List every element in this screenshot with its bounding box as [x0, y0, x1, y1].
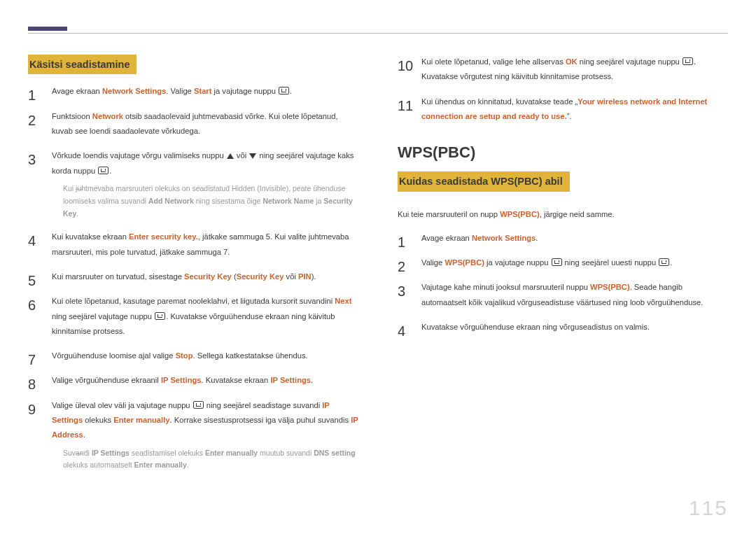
hl-wps: WPS(PBC): [444, 258, 484, 267]
hl-stop: Stop: [176, 351, 193, 360]
hl-start: Start: [194, 87, 212, 95]
t: olekuks automaatselt: [63, 461, 134, 469]
hl-pin: PIN: [298, 272, 312, 281]
header-accent: [28, 27, 67, 31]
hl-add-network: Add Network: [148, 197, 194, 205]
t: ning seejärel seadistage suvandi: [204, 401, 323, 409]
step-9: Valige üleval olev väli ja vajutage nupp…: [28, 398, 358, 472]
t: .: [76, 209, 78, 218]
hl: Enter manually: [205, 449, 258, 457]
note-dns: Suvandi IP Settings seadistamisel olekuk…: [52, 447, 358, 472]
t: Avage ekraan: [421, 234, 472, 242]
arrow-up-icon: [227, 153, 234, 159]
enter-icon: [279, 87, 289, 94]
enter-icon: [552, 258, 562, 266]
t: ning sisestama õige: [194, 197, 263, 205]
hl: Enter manually: [134, 461, 187, 469]
page-content: Käsitsi seadistamine Avage ekraan Networ…: [0, 0, 756, 482]
t: Vajutage kahe minuti jooksul marsruuteri…: [421, 283, 590, 291]
t: olekuks: [83, 416, 113, 424]
page-number: 115: [689, 496, 728, 520]
t: Suvandi: [63, 449, 92, 457]
t: või: [234, 151, 249, 160]
t: Funktsioon: [52, 112, 92, 120]
wps-steps: Avage ekraan Network Settings. Valige WP…: [398, 231, 728, 335]
t: ja vajutage nuppu: [484, 258, 551, 267]
wps-step-3: Vajutage kahe minuti jooksul marsruuteri…: [398, 280, 728, 310]
enter-icon: [193, 401, 204, 409]
t: Avage ekraan: [52, 87, 102, 95]
t: Kui teie marsruuteril on nupp: [398, 210, 500, 218]
header-rule: [28, 33, 728, 34]
step-6: Kui olete lõpetanud, kasutage paremat no…: [28, 294, 358, 339]
enter-icon: [659, 258, 669, 266]
t: ja vajutage nuppu: [211, 87, 278, 95]
hl-next: Next: [335, 297, 351, 305]
t: (: [232, 272, 237, 281]
t: .: [670, 258, 672, 267]
t: ning seejärel vajutage nuppu: [578, 57, 682, 66]
manual-steps-cont: Kui olete lõpetanud, valige lehe allserv…: [398, 55, 728, 124]
step-5: Kui marsruuter on turvatud, sisestage Se…: [28, 269, 358, 284]
arrow-down-icon: [249, 153, 256, 159]
wps-step-4: Kuvatakse võrguühenduse ekraan ning võrg…: [398, 320, 728, 335]
step-4: Kui kuvatakse ekraan Enter security key.…: [28, 230, 358, 260]
t: Võrguühenduse loomise ajal valige: [52, 351, 176, 360]
hl-wps: WPS(PBC): [500, 210, 540, 218]
step-8: Valige võrguühenduse ekraanil IP Setting…: [28, 373, 358, 388]
hl-ip: IP Settings: [161, 376, 202, 384]
t: . Korrake sisestusprotsessi iga välja pu…: [170, 416, 351, 424]
section-title-manual: Käsitsi seadistamine: [28, 55, 136, 74]
step-3: Võrkude loendis vajutage võrgu valimisek…: [28, 148, 358, 220]
t: ).: [312, 272, 316, 281]
t: ning seejärel vajutage nuppu: [52, 312, 154, 321]
t: Valige: [421, 258, 444, 267]
t: Võrkude loendis vajutage võrgu valimisek…: [52, 151, 226, 160]
left-column: Käsitsi seadistamine Avage ekraan Networ…: [28, 55, 358, 482]
manual-steps: Avage ekraan Network Settings. Valige St…: [28, 84, 358, 472]
t: .: [109, 167, 111, 175]
step-7: Võrguühenduse loomise ajal valige Stop. …: [28, 349, 358, 363]
hl-network-settings: Network Settings: [472, 234, 536, 242]
t: .: [83, 430, 85, 439]
section-title-wps: Kuidas seadistada WPS(PBC) abil: [398, 171, 570, 191]
t: .: [290, 87, 292, 95]
t: Kui marsruuter on turvatud, sisestage: [52, 272, 184, 281]
t: Valige üleval olev väli ja vajutage nupp…: [52, 401, 192, 409]
t: seadistamisel olekuks: [130, 449, 205, 457]
step-2: Funktsioon Network otsib saadaolevaid ju…: [28, 109, 358, 139]
step-10: Kui olete lõpetanud, valige lehe allserv…: [398, 55, 728, 85]
t: muutub suvandi: [258, 449, 314, 457]
wps-step-1: Avage ekraan Network Settings.: [398, 231, 728, 246]
t: Valige võrguühenduse ekraanil: [52, 376, 161, 384]
enter-icon: [682, 57, 693, 65]
hl-network-settings: Network Settings: [102, 87, 166, 95]
t: Kui kuvatakse ekraan: [52, 232, 129, 241]
wps-intro: Kui teie marsruuteril on nupp WPS(PBC), …: [398, 207, 728, 221]
hl-dns: DNS setting: [314, 449, 356, 457]
t: , järgige neid samme.: [540, 210, 615, 218]
hl: IP Settings: [92, 449, 130, 457]
t: . Sellega katkestatakse ühendus.: [193, 351, 308, 360]
t: . Kuvatakse ekraan: [202, 376, 271, 384]
t: .: [536, 234, 538, 242]
heading-wps: WPS(PBC): [398, 141, 728, 164]
hl-enter-manually: Enter manually: [113, 416, 169, 424]
hl: Security Key: [237, 272, 284, 281]
enter-icon: [155, 312, 165, 320]
t: ning seejärel uuesti nuppu: [563, 258, 659, 267]
t: .: [187, 461, 189, 469]
t: või: [284, 272, 298, 281]
enter-icon: [98, 167, 108, 174]
hl-wps: WPS(PBC): [590, 283, 630, 291]
hl-network-name: Network Name: [262, 197, 314, 205]
t: Kuvatakse võrguühenduse ekraan ning võrg…: [421, 323, 650, 331]
hl: Security Key: [184, 272, 232, 281]
hl-enter-key: Enter security key.: [129, 232, 198, 241]
t: .: [311, 376, 313, 384]
step-11: Kui ühendus on kinnitatud, kuvatakse tea…: [398, 94, 728, 125]
t: Kui olete lõpetanud, valige lehe allserv…: [421, 57, 566, 66]
t: ja: [314, 197, 323, 205]
t: ”.: [567, 112, 572, 120]
wps-step-2: Valige WPS(PBC) ja vajutage nuppu ning s…: [398, 255, 728, 270]
